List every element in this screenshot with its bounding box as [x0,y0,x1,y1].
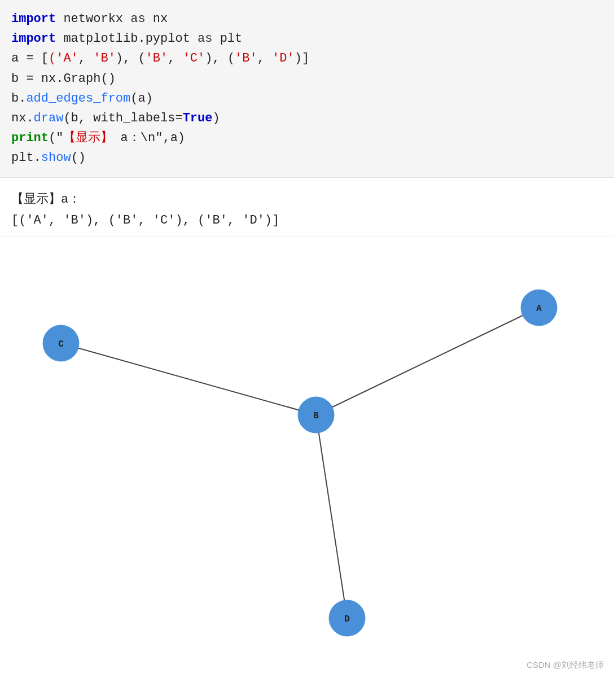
keyword-as-1: as [130,12,145,26]
output-line-2: [('A', 'B'), ('B', 'C'), ('B', 'D')] [11,210,603,231]
code-text: (a) [130,91,153,106]
code-block: import networkx as nx import matplotlib.… [0,0,614,178]
code-text: matplotlib.pyplot [56,32,198,46]
edge-b-d [316,415,347,618]
node-c-label: C [58,339,64,349]
code-text: () [71,151,86,165]
code-text: , [78,51,93,65]
code-text: , [257,51,272,65]
output-block: 【显示】a： [('A', 'B'), ('B', 'C'), ('B', 'D… [0,178,614,238]
code-text: (b, with_labels= [63,111,182,125]
node-a-label: A [536,304,542,314]
output-line-1: 【显示】a： [11,189,603,210]
keyword-print: print [11,131,49,145]
code-text: (" [49,131,63,145]
code-method: draw [34,111,64,125]
code-text: ) [212,111,220,125]
keyword-import-2: import [11,32,56,46]
edge-b-c [61,343,316,415]
watermark: CSDN @刘经纬老师 [527,660,604,671]
code-text: b. [11,91,26,106]
edge-a-b [316,308,539,415]
code-text: nx [146,12,168,26]
code-line-8: plt.show() [11,148,603,168]
code-line-2: import matplotlib.pyplot as plt [11,29,603,49]
code-line-3: a = [('A', 'B'), ('B', 'C'), ('B', 'D')] [11,49,603,68]
code-text: )] [295,51,309,65]
code-chinese: 【显示】 [63,131,113,145]
code-text: b = nx.Graph() [11,72,116,86]
code-text: plt. [11,151,41,165]
code-line-7: print("【显示】 a：\n",a) [11,128,603,148]
code-string: 'B' [146,51,168,65]
code-method: show [41,151,71,165]
keyword-as-2: as [198,32,212,46]
code-text: ), ( [116,51,146,65]
keyword-true: True [183,111,213,125]
graph-svg: C A B D [0,237,614,677]
code-text: networkx [56,12,130,26]
code-string: 'B' [235,51,257,65]
node-b-label: B [313,411,319,421]
code-string: 'C' [183,51,205,65]
code-text: a = [ [11,51,49,65]
code-line-4: b = nx.Graph() [11,69,603,89]
node-d-label: D [344,614,350,624]
code-line-6: nx.draw(b, with_labels=True) [11,108,603,128]
code-line-1: import networkx as nx [11,9,603,29]
code-text: plt [212,32,242,46]
keyword-import-1: import [11,12,56,26]
code-string: ('A' [49,51,78,65]
code-text: a：\n",a) [113,131,185,145]
code-method: add_edges_from [26,91,130,106]
graph-container: C A B D CSDN @刘经纬老师 [0,237,614,677]
code-text: , [168,51,182,65]
code-line-5: b.add_edges_from(a) [11,89,603,108]
code-text: ), ( [205,51,235,65]
code-string: 'B' [93,51,116,65]
code-string: 'D' [272,51,295,65]
code-text: nx. [11,111,34,125]
